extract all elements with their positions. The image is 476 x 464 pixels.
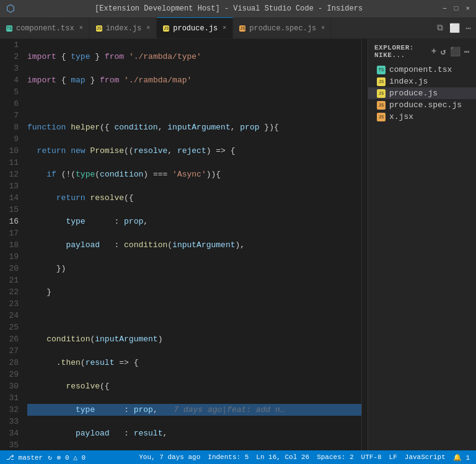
sidebar-item-x-jsx[interactable]: JS x.jsx	[368, 111, 476, 123]
code-line-11: }	[27, 286, 361, 298]
git-blame-status: You, 7 days ago	[139, 453, 200, 461]
title-bar: ⬡ [Extension Development Host] - Visual …	[0, 0, 476, 17]
line-num: 12	[6, 169, 19, 180]
spaces-setting[interactable]: Spaces: 2	[317, 453, 353, 461]
code-line-5: return new Promise((resolve, reject) => …	[27, 145, 361, 157]
sidebar-item-component-tsx[interactable]: TS component.tsx	[368, 64, 476, 76]
line-num: 31	[6, 392, 19, 404]
cursor-position[interactable]: Ln 16, Col 26	[256, 453, 309, 461]
git-blame: 7 days ago|feat: add n…	[164, 405, 285, 414]
notifications-bell[interactable]: 🔔 1	[453, 453, 470, 462]
close-button[interactable]: ×	[465, 5, 470, 12]
line-num: 34	[6, 427, 19, 439]
line-num: 7	[6, 110, 19, 121]
line-num: 35	[6, 439, 19, 450]
line-num: 24	[6, 310, 19, 322]
tab-close-component[interactable]: ×	[79, 25, 83, 32]
minimize-button[interactable]: −	[443, 5, 447, 12]
error-count[interactable]: ⊗ 0 △ 0	[57, 453, 86, 462]
line-num: 29	[6, 369, 19, 380]
vertical-scrollbar[interactable]	[361, 39, 368, 450]
file-icon-ts: TS	[377, 66, 386, 74]
file-icon-x-jsx: JS	[377, 113, 386, 121]
sidebar-item-index-js[interactable]: JS index.js	[368, 76, 476, 87]
line-num: 33	[6, 416, 19, 427]
tab-label-index: index.js	[106, 24, 142, 33]
line-num: 13	[6, 180, 19, 192]
code-line-2: import { map } from './rambda/map'	[27, 74, 361, 86]
line-num: 32	[6, 404, 19, 416]
line-num: 30	[6, 380, 19, 392]
line-numbers: 1 2 3 4 5 6 7 8 9 10 11 12 13 14 15 16 1…	[0, 39, 25, 450]
line-num: 28	[6, 357, 19, 369]
status-right: You, 7 days ago Indents: 5 Ln 16, Col 26…	[139, 453, 470, 462]
line-num: 17	[6, 227, 19, 239]
sidebar-filename: x.jsx	[389, 112, 413, 121]
more-sidebar-button[interactable]: ⋯	[464, 46, 470, 57]
language-mode[interactable]: JavaScript	[405, 453, 446, 461]
window-controls[interactable]: − □ ×	[443, 5, 470, 12]
tab-produce-spec-js[interactable]: JS produce.spec.js ×	[233, 17, 332, 38]
tab-index-js[interactable]: JS index.js ×	[90, 17, 157, 38]
code-line-6: if (!(type(condition) === 'Async')){	[27, 169, 361, 180]
tab-icon-produce-spec: JS	[239, 25, 245, 32]
code-line-17: payload : result,	[27, 427, 361, 439]
split-editor-button[interactable]: ⧉	[437, 23, 443, 33]
new-file-button[interactable]: +	[431, 46, 437, 57]
app-icon: ⬡	[6, 2, 15, 15]
tabs-actions: ⧉ ⬜ ⋯	[432, 17, 476, 38]
line-num: 18	[6, 239, 19, 251]
sync-status[interactable]: ↻	[48, 453, 52, 462]
tab-close-index[interactable]: ×	[146, 25, 150, 32]
main-area: 1 2 3 4 5 6 7 8 9 10 11 12 13 14 15 16 1…	[0, 39, 476, 450]
file-icon-produce-spec: JS	[377, 101, 386, 110]
indentation-mode[interactable]: Indents: 5	[208, 453, 249, 461]
line-num: 19	[6, 251, 19, 263]
tab-component-tsx[interactable]: TS component.tsx ×	[0, 17, 90, 38]
sidebar-header: Explorer: NIKE... + ↺ ⬛ ⋯	[368, 39, 476, 64]
line-num: 21	[6, 274, 19, 286]
tabs-bar: TS component.tsx × JS index.js × JS prod…	[0, 17, 476, 39]
line-num: 3	[6, 63, 19, 74]
line-num: 9	[6, 133, 19, 145]
refresh-button[interactable]: ↺	[441, 46, 446, 57]
code-content[interactable]: import { type } from './rambda/type' imp…	[25, 39, 361, 450]
line-num: 10	[6, 145, 19, 157]
collapse-button[interactable]: ⬛	[450, 46, 461, 57]
code-line-4: function helper({ condition, inputArgume…	[27, 121, 361, 133]
sidebar-filename: component.tsx	[389, 65, 452, 74]
line-num: 8	[6, 121, 19, 133]
git-branch[interactable]: ⎇ master	[6, 453, 43, 462]
line-num: 25	[6, 322, 19, 333]
tab-close-produce-spec[interactable]: ×	[321, 25, 325, 32]
more-actions-button[interactable]: ⋯	[466, 23, 471, 33]
code-line-15: resolve({	[27, 380, 361, 392]
line-num: 23	[6, 298, 19, 310]
file-icon-produce-js: JS	[377, 89, 386, 98]
code-line-13: condition(inputArgument)	[27, 333, 361, 345]
code-line-1: import { type } from './rambda/type'	[27, 51, 361, 63]
code-line-12	[27, 310, 361, 322]
line-num: 15	[6, 204, 19, 216]
sidebar-item-produce-js[interactable]: JS produce.js	[368, 87, 476, 99]
code-area: 1 2 3 4 5 6 7 8 9 10 11 12 13 14 15 16 1…	[0, 39, 368, 450]
maximize-button[interactable]: □	[454, 5, 459, 12]
sidebar-filename: produce.js	[389, 89, 438, 98]
tab-close-produce[interactable]: ×	[223, 25, 226, 32]
title-icon: ⬡	[6, 2, 15, 15]
tab-label-component: component.tsx	[16, 24, 74, 33]
editor: 1 2 3 4 5 6 7 8 9 10 11 12 13 14 15 16 1…	[0, 39, 368, 450]
line-num: 2	[6, 51, 19, 63]
sidebar-actions: + ↺ ⬛ ⋯	[431, 46, 470, 57]
sidebar: Explorer: NIKE... + ↺ ⬛ ⋯ TS component.t…	[368, 39, 476, 450]
eol-setting[interactable]: LF	[389, 453, 397, 461]
toggle-panel-button[interactable]: ⬜	[449, 23, 460, 33]
line-num: 4	[6, 74, 19, 86]
encoding-setting[interactable]: UTF-8	[361, 453, 382, 461]
tab-produce-js[interactable]: JS produce.js ×	[157, 17, 233, 38]
sidebar-filename: index.js	[389, 77, 428, 86]
line-num: 26	[6, 333, 19, 345]
tab-icon-produce: JS	[163, 25, 169, 32]
sidebar-item-produce-spec-js[interactable]: JS produce.spec.js	[368, 99, 476, 111]
line-num: 16	[6, 216, 19, 227]
